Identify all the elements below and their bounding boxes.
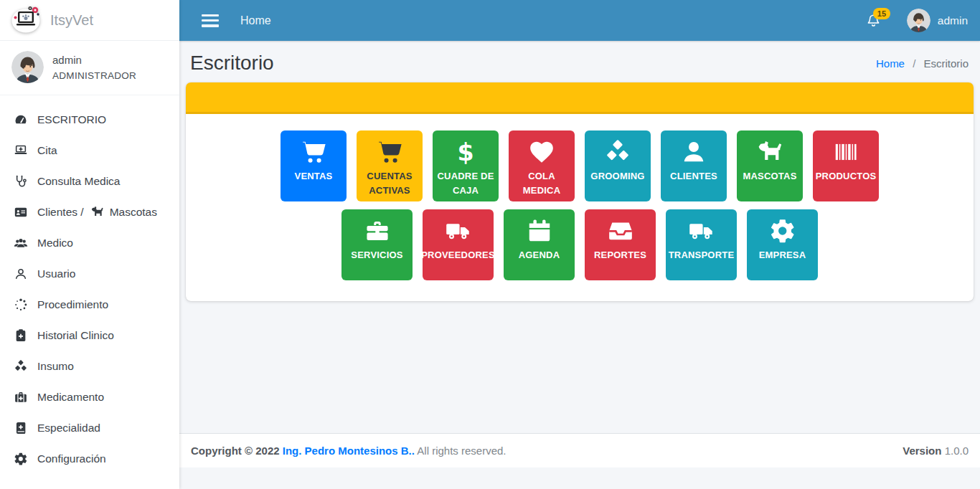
tile-label: CUENTAS ACTIVAS: [357, 169, 423, 198]
tile-label: EMPRESA: [758, 248, 808, 262]
user-name: admin: [52, 54, 136, 66]
tile-label: TRANSPORTE: [667, 248, 736, 262]
tile-transporte[interactable]: TRANSPORTE: [666, 209, 737, 280]
sidebar-item-historial-clinico[interactable]: Historial Clinico: [0, 320, 179, 351]
toolbox-icon: [364, 217, 391, 244]
inbox-icon: [607, 217, 634, 244]
sidebar-item-label: Medico: [37, 237, 73, 250]
sidebar-item-label: Mascotas: [110, 206, 157, 219]
tile-label: CLIENTES: [669, 169, 719, 184]
tiles-row-1: VENTASCUENTAS ACTIVAS$CUADRE DE CAJACOLA…: [193, 130, 966, 201]
tile-label: PRODUCTOS: [814, 169, 878, 184]
tile-cola-medica[interactable]: COLA MEDICA: [509, 130, 575, 201]
page-title: Escritorio: [190, 52, 274, 75]
user-outline-icon: [14, 267, 28, 281]
calendar-icon: [526, 217, 553, 244]
cubes-icon: [604, 138, 631, 166]
clipboard-medical-icon: [14, 328, 28, 343]
cubes-icon: [14, 359, 28, 374]
tile-label: VENTAS: [293, 169, 334, 184]
tile-label: PROVEEDORES: [420, 248, 496, 262]
tile-mascotas[interactable]: MASCOTAS: [737, 130, 803, 201]
user-panel: admin ADMINISTRADOR: [0, 41, 179, 95]
dollar-icon: $: [452, 138, 479, 166]
sidebar-item-label: Configuración: [37, 452, 106, 465]
sidebar-item-insumo[interactable]: Insumo: [0, 351, 179, 381]
barcode-icon: [832, 138, 859, 166]
tile-label: CUADRE DE CAJA: [433, 169, 499, 198]
sidebar-item-label: Consulta Medica: [37, 175, 120, 188]
tiles-row-2: SERVICIOSPROVEEDORESAGENDAREPORTESTRANSP…: [193, 209, 966, 280]
tile-clientes[interactable]: CLIENTES: [661, 130, 727, 201]
sidebar-menu: ESCRITORIOCitaConsulta MedicaClientes /M…: [0, 104, 179, 474]
sidebar-item-usuario[interactable]: Usuario: [0, 258, 179, 289]
sidebar-item-especialidad[interactable]: Especialidad: [0, 412, 179, 443]
nav-home-link[interactable]: Home: [240, 14, 271, 27]
tile-label: COLA MEDICA: [509, 169, 575, 198]
cart-icon: [376, 138, 403, 166]
sidebar-item-label: Medicamento: [37, 391, 104, 404]
footer: Copyright © 2022 Ing. Pedro Montesinos B…: [179, 433, 980, 467]
top-navbar: Home 15 admin: [179, 0, 980, 41]
brand-name: ItsyVet: [50, 12, 93, 29]
sidebar-item-label: Especialidad: [37, 422, 100, 435]
sidebar-item-label: Insumo: [37, 360, 74, 373]
sidebar-item-procedimiento[interactable]: Procedimiento: [0, 289, 179, 320]
notifications-button[interactable]: 15: [866, 13, 881, 28]
id-card-icon: [14, 205, 28, 219]
version-label: Version: [903, 445, 941, 457]
spinner-icon: [14, 298, 28, 312]
avatar-image: [907, 9, 930, 32]
sidebar-item-label: Procedimiento: [37, 298, 108, 311]
copyright-text: Copyright © 2022: [191, 445, 280, 457]
gear-icon: [769, 217, 796, 244]
sidebar-item-consulta-medica[interactable]: Consulta Medica: [0, 166, 179, 196]
truck-icon: [688, 217, 715, 244]
laptop-medical-icon: [14, 143, 28, 158]
sidebar-item-configuracion[interactable]: Configuración: [0, 443, 179, 474]
tile-cuentas-activas[interactable]: CUENTAS ACTIVAS: [357, 130, 423, 201]
gear-icon: [14, 452, 28, 466]
dog-icon: [90, 205, 104, 219]
svg-text:$: $: [457, 138, 473, 166]
user-menu[interactable]: admin: [900, 9, 968, 32]
sidebar-item-medicamento[interactable]: Medicamento: [0, 381, 179, 412]
content: Escritorio Home / Escritorio VENTASCUENT…: [179, 41, 980, 433]
truck-icon: [445, 217, 472, 244]
tile-empresa[interactable]: EMPRESA: [747, 209, 818, 280]
sidebar-item-cita[interactable]: Cita: [0, 135, 179, 166]
dashboard-card: VENTASCUENTAS ACTIVAS$CUADRE DE CAJACOLA…: [186, 82, 974, 301]
tile-productos[interactable]: PRODUCTOS: [813, 130, 879, 201]
sidebar-item-medico[interactable]: Medico: [0, 227, 179, 258]
sidebar-item-escritorio[interactable]: ESCRITORIO: [0, 104, 179, 135]
stethoscope-icon: [14, 174, 28, 189]
sidebar-item-label: Usuario: [37, 267, 75, 280]
version-value: 1.0.0: [945, 445, 969, 457]
breadcrumb-current: Escritorio: [923, 57, 969, 70]
tile-agenda[interactable]: AGENDA: [504, 209, 575, 280]
tachometer-icon: [14, 113, 28, 127]
tile-label: GROOMING: [589, 169, 646, 184]
sidebar-toggle-button[interactable]: [202, 14, 219, 27]
sidebar: ItsyVet admin ADMINISTRADOR ESCRITORIOCi…: [0, 0, 179, 489]
users-icon: [14, 236, 28, 250]
tile-servicios[interactable]: SERVICIOS: [341, 209, 413, 280]
breadcrumb-home-link[interactable]: Home: [876, 57, 905, 70]
breadcrumb: Home / Escritorio: [876, 57, 969, 70]
brand[interactable]: ItsyVet: [0, 0, 179, 41]
tile-reportes[interactable]: REPORTES: [585, 209, 656, 280]
itsyvet-logo-icon: [9, 3, 43, 37]
sidebar-item-clientes-mascotas[interactable]: Clientes /Mascotas: [0, 196, 179, 227]
tile-proveedores[interactable]: PROVEEDORES: [423, 209, 494, 280]
tile-cuadre-de-caja[interactable]: $CUADRE DE CAJA: [433, 130, 499, 201]
tile-label: AGENDA: [517, 248, 562, 262]
tile-label: MASCOTAS: [741, 169, 798, 184]
user-avatar: [11, 51, 44, 83]
callout-bar: [186, 82, 974, 114]
tile-grooming[interactable]: GROOMING: [585, 130, 651, 201]
sidebar-item-label: Historial Clinico: [37, 329, 114, 342]
notification-badge: 15: [873, 8, 890, 19]
tile-label: REPORTES: [593, 248, 648, 262]
tile-ventas[interactable]: VENTAS: [281, 130, 347, 201]
author-link[interactable]: Ing. Pedro Montesinos B..: [283, 445, 415, 457]
